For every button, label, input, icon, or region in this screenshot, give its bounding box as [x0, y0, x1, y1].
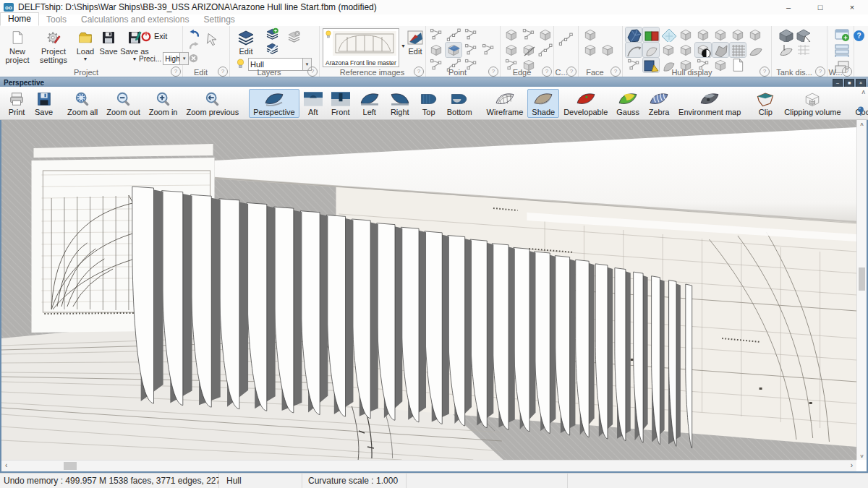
edge-tool-icon[interactable] — [503, 27, 519, 42]
toolbar-button-zoom-in[interactable]: Zoom in — [145, 89, 182, 118]
edge-tool-icon[interactable] — [503, 43, 519, 57]
maximize-button[interactable]: □ — [804, 0, 836, 14]
curve-tool-icon[interactable] — [558, 32, 574, 46]
reference-help-icon[interactable]: ? — [414, 67, 424, 77]
toolbar-button-zebra[interactable]: Zebra — [644, 89, 674, 118]
load-button[interactable]: Load ▼ — [74, 27, 97, 61]
select-cursor-icon[interactable] — [205, 32, 220, 46]
toolbar-button-top[interactable]: Top — [415, 89, 443, 118]
toolbar-button-zoom-all[interactable]: Zoom all — [63, 89, 102, 118]
toolbar-button-wireframe[interactable]: Wireframe — [482, 89, 528, 118]
toolbar-button-gauss[interactable]: Gauss — [612, 89, 644, 118]
tab-tools[interactable]: Tools — [39, 14, 74, 26]
point-tool-icon[interactable] — [428, 27, 444, 42]
minimize-button[interactable]: – — [773, 0, 804, 14]
toolbar-button-clipping-volume[interactable]: Clipping volume — [780, 89, 845, 118]
curve-help-icon[interactable]: ? — [566, 67, 576, 77]
ribbon-help-icon[interactable]: ? — [854, 30, 864, 41]
project-help-icon[interactable]: ? — [171, 67, 181, 77]
viewport-horizontal-scrollbar[interactable]: ‹ › — [1, 460, 856, 471]
tank-display-help-icon[interactable]: ? — [815, 67, 825, 77]
exit-button[interactable]: Exit — [140, 30, 181, 42]
edge-help-icon[interactable]: ? — [542, 67, 552, 77]
toolbar-button-shade[interactable]: Shade — [527, 89, 559, 118]
toolbar-button-left[interactable]: Left — [354, 89, 385, 118]
layers-help-icon[interactable]: ? — [307, 67, 318, 77]
toolbar-button-bottom[interactable]: Bottom — [443, 89, 477, 118]
edit-help-icon[interactable]: ? — [218, 67, 228, 77]
point-tool-icon[interactable] — [446, 43, 461, 57]
scroll-left-icon[interactable]: ‹ — [5, 461, 7, 469]
toolbar-button-zoom-out[interactable]: Zoom out — [102, 89, 144, 118]
hull-display-tool-icon[interactable] — [660, 27, 676, 42]
toolbar-button-front[interactable]: Front — [327, 89, 354, 118]
hull-display-help-icon[interactable]: ? — [760, 67, 770, 77]
hull-display-tool-icon[interactable] — [730, 43, 746, 57]
point-tool-icon[interactable] — [463, 27, 479, 42]
point-tool-icon[interactable] — [463, 43, 479, 57]
point-tool-icon[interactable] — [480, 43, 496, 57]
reference-edit-button[interactable]: Edit — [405, 27, 425, 56]
viewport-3d-scene[interactable] — [1, 120, 856, 460]
hull-display-tool-icon[interactable] — [730, 27, 746, 42]
toolbar-button-perspective[interactable]: Perspective — [249, 89, 299, 118]
toolbar-button-print[interactable]: Print — [3, 89, 30, 118]
window-tool-icon[interactable] — [833, 43, 849, 57]
undo-icon[interactable] — [188, 27, 200, 39]
point-tool-icon[interactable] — [446, 27, 461, 42]
new-project-button[interactable]: New project — [1, 27, 33, 64]
face-tool-icon[interactable] — [600, 43, 616, 57]
toolbar-button-aft[interactable]: Aft — [299, 89, 327, 118]
load-dropdown-caret[interactable]: ▼ — [74, 56, 97, 61]
scroll-right-icon[interactable]: › — [851, 461, 853, 469]
tank-tool-icon[interactable] — [795, 43, 811, 57]
hull-display-tool-icon[interactable] — [660, 43, 676, 57]
layer-add-icon[interactable] — [265, 27, 279, 40]
hull-display-tool-icon[interactable] — [678, 43, 694, 57]
tab-home[interactable]: Home — [0, 12, 39, 26]
redo-icon[interactable] — [188, 40, 200, 51]
viewport-vertical-scrollbar[interactable]: ᴧ ᴠ — [856, 120, 867, 460]
scroll-down-icon[interactable]: ᴠ — [857, 453, 867, 459]
delete-icon[interactable] — [188, 53, 199, 64]
face-tool-icon[interactable] — [582, 43, 598, 57]
hull-display-tool-icon[interactable] — [695, 27, 711, 42]
toolbar-button-developable[interactable]: Developable — [559, 89, 612, 118]
toolbar-button-clip[interactable]: Clip — [751, 89, 780, 118]
window-help-icon[interactable]: ? — [842, 67, 852, 77]
tank-tool-icon[interactable] — [778, 43, 793, 57]
toolbar-button-zoom-previous[interactable]: Zoom previous — [182, 89, 243, 118]
tank-tool-icon[interactable] — [778, 27, 793, 42]
edge-tool-icon[interactable] — [521, 43, 537, 57]
project-settings-button[interactable]: Project settings — [35, 27, 72, 64]
hull-display-tool-icon[interactable] — [712, 27, 728, 42]
face-tool-icon[interactable] — [582, 27, 598, 42]
tab-settings[interactable]: Settings — [196, 14, 242, 26]
face-help-icon[interactable]: ? — [610, 67, 621, 77]
layer-delete-icon[interactable] — [287, 30, 301, 43]
point-help-icon[interactable]: ? — [488, 67, 498, 77]
scroll-up-icon[interactable]: ᴧ — [857, 121, 867, 127]
hull-display-tool-icon[interactable] — [678, 27, 694, 42]
hull-display-tool-icon[interactable] — [712, 43, 728, 57]
collapse-chevron-icon[interactable]: ᴧ — [862, 88, 866, 95]
window-tool-icon[interactable] — [833, 27, 849, 41]
edge-tool-icon[interactable] — [537, 27, 553, 42]
reference-image-thumbnail[interactable]: Arazona Front line master — [323, 28, 399, 67]
edge-tool-icon[interactable] — [521, 27, 537, 42]
vertical-scroll-thumb[interactable] — [859, 267, 865, 291]
horizontal-scroll-thumb[interactable] — [64, 462, 77, 470]
layer-edit-icon[interactable] — [265, 42, 279, 55]
point-tool-icon[interactable] — [428, 43, 444, 57]
close-button[interactable]: × — [836, 0, 868, 14]
hull-display-tool-icon[interactable] — [695, 43, 711, 57]
edge-tool-icon[interactable] — [537, 43, 553, 57]
pin-icon[interactable] — [856, 106, 865, 116]
hull-display-tool-icon[interactable] — [626, 43, 642, 57]
toolbar-button-environment-map[interactable]: Environment map — [674, 89, 745, 118]
hull-display-tool-icon[interactable] — [643, 43, 659, 57]
hull-display-tool-icon[interactable] — [747, 27, 763, 42]
tab-calculations[interactable]: Calculations and extensions — [74, 14, 196, 26]
toolbar-button-save[interactable]: Save — [30, 89, 57, 118]
hull-display-tool-icon[interactable] — [643, 27, 659, 42]
